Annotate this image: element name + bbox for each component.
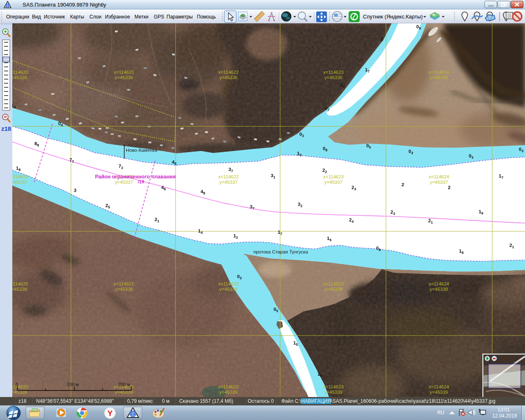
svg-text:x=114624: x=114624 — [429, 70, 450, 75]
svg-text:2: 2 — [381, 37, 383, 41]
svg-text:z18: z18 — [1, 125, 11, 132]
svg-text:100 м: 100 м — [67, 382, 79, 387]
svg-text:Ново-Каменка: Ново-Каменка — [126, 148, 158, 153]
svg-text:x=114622: x=114622 — [218, 174, 239, 179]
svg-text:y=45336: y=45336 — [219, 75, 237, 80]
svg-text:x=114620: x=114620 — [12, 70, 28, 75]
svg-text:/19: /19 — [138, 179, 144, 184]
svg-text:y=45338: y=45338 — [115, 287, 133, 292]
svg-text:y=45336: y=45336 — [324, 75, 342, 80]
svg-text:y=45337: y=45337 — [430, 180, 448, 185]
svg-text:x=114620: x=114620 — [12, 281, 28, 286]
svg-text:Y: Y — [107, 409, 113, 418]
svg-text:x=114620: x=114620 — [12, 174, 28, 179]
svg-text:протока Старая Тунгуска: протока Старая Тунгуска — [253, 249, 308, 254]
svg-text:200 м: 200 м — [118, 382, 130, 387]
svg-text:y=45338: y=45338 — [219, 287, 237, 292]
svg-text:x=114620: x=114620 — [12, 384, 28, 389]
svg-text:y=45339: y=45339 — [324, 390, 342, 395]
svg-text:y=45338: y=45338 — [12, 287, 27, 292]
svg-text:x=114622: x=114622 — [218, 281, 239, 286]
svg-text:x=114624: x=114624 — [429, 174, 450, 179]
svg-text:y=45336: y=45336 — [12, 75, 27, 80]
svg-text:x=114622: x=114622 — [218, 70, 239, 75]
svg-text:Район ограниченного плавания: Район ограниченного плавания — [95, 174, 176, 180]
svg-text:x=114622: x=114622 — [218, 384, 239, 389]
svg-text:3: 3 — [74, 188, 76, 193]
svg-text:y=45337: y=45337 — [219, 180, 237, 185]
svg-text:x=114623: x=114623 — [323, 384, 344, 389]
svg-text:2: 2 — [402, 182, 404, 187]
svg-text:y=45339: y=45339 — [219, 390, 237, 395]
svg-text:y=45338: y=45338 — [430, 287, 448, 292]
svg-text:x=114623: x=114623 — [323, 281, 344, 286]
svg-text:x=114623: x=114623 — [323, 70, 344, 75]
svg-text:0: 0 — [16, 382, 18, 387]
svg-text:y=45336: y=45336 — [115, 75, 133, 80]
svg-text:y=45336: y=45336 — [430, 75, 448, 80]
svg-text:Спутник (Яндекс.Карты): Спутник (Яндекс.Карты) — [363, 14, 423, 20]
svg-text:y=45338: y=45338 — [324, 287, 342, 292]
svg-text:y=45337: y=45337 — [324, 180, 342, 185]
svg-text:y=45337: y=45337 — [115, 180, 133, 185]
svg-text:y=45337: y=45337 — [12, 180, 27, 185]
svg-text:x=114623: x=114623 — [323, 174, 344, 179]
svg-text:x=114621: x=114621 — [114, 281, 134, 286]
svg-text:2: 2 — [448, 185, 450, 190]
svg-text:x=114624: x=114624 — [429, 384, 450, 389]
svg-text:x=114624: x=114624 — [429, 281, 450, 286]
svg-text:x=114621: x=114621 — [114, 70, 134, 75]
svg-text:y=45339: y=45339 — [430, 390, 448, 395]
